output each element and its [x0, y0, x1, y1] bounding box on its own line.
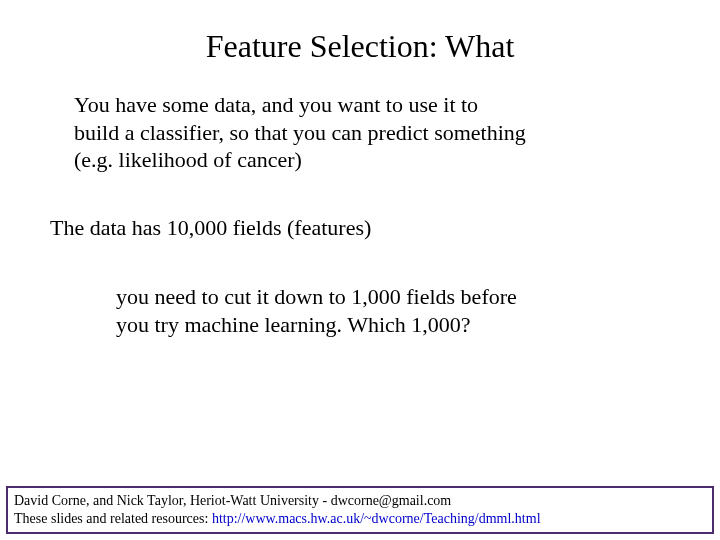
footer-link[interactable]: http://www.macs.hw.ac.uk/~dwcorne/Teachi… — [212, 511, 541, 526]
paragraph-2: The data has 10,000 fields (features) — [50, 214, 670, 242]
footer-line-1: David Corne, and Nick Taylor, Heriot-Wat… — [14, 492, 706, 510]
para1-line1: You have some data, and you want to use … — [74, 92, 478, 117]
para1-line3: (e.g. likelihood of cancer) — [74, 147, 302, 172]
para1-line2: build a classifier, so that you can pred… — [74, 120, 526, 145]
footer-line-2: These slides and related resources: http… — [14, 510, 706, 528]
para3-line1: you need to cut it down to 1,000 fields … — [116, 284, 517, 309]
slide-body: You have some data, and you want to use … — [0, 91, 720, 338]
footer-line-2-prefix: These slides and related resources: — [14, 511, 212, 526]
slide-title: Feature Selection: What — [0, 0, 720, 85]
para3-line2: you try machine learning. Which 1,000? — [116, 312, 471, 337]
paragraph-3: you need to cut it down to 1,000 fields … — [116, 283, 626, 338]
paragraph-1: You have some data, and you want to use … — [74, 91, 670, 174]
footer-attribution: David Corne, and Nick Taylor, Heriot-Wat… — [6, 486, 714, 534]
